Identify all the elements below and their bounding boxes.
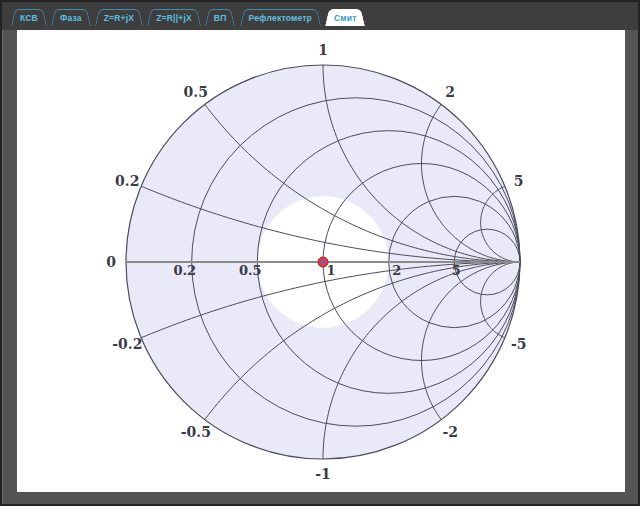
svg-text:-0.5: -0.5 (181, 424, 211, 440)
svg-text:0.2: 0.2 (115, 173, 139, 189)
svg-text:5: 5 (452, 263, 461, 278)
svg-text:0.2: 0.2 (173, 263, 196, 278)
tab-smith-active[interactable]: Смит (325, 9, 366, 26)
svg-text:0: 0 (106, 254, 116, 270)
tab-label: Смит (325, 9, 366, 23)
tab-vp[interactable]: ВП (205, 9, 236, 26)
svg-text:1: 1 (318, 42, 328, 58)
tab-label: Z=R||+jX (147, 9, 201, 23)
tab-label: КСВ (11, 9, 47, 23)
svg-text:0.5: 0.5 (184, 84, 208, 100)
tab-reflectometer[interactable]: Рефлектометр (240, 9, 321, 26)
svg-text:0.5: 0.5 (239, 263, 262, 278)
tab-faza[interactable]: Фаза (51, 9, 91, 26)
svg-text:1: 1 (326, 263, 335, 278)
tab-z-parallel[interactable]: Z=R||+jX (147, 9, 201, 26)
svg-text:5: 5 (514, 173, 524, 189)
tab-bar: КСВ Фаза Z=R+jX Z=R||+jX ВП Рефлектометр… (2, 2, 638, 30)
tab-label: ВП (205, 9, 236, 23)
svg-text:-2: -2 (442, 424, 458, 440)
svg-text:2: 2 (392, 263, 401, 278)
smith-chart-svg: 10.50.20-0.2-0.5-1-2-5520.20.5125 (17, 30, 625, 492)
svg-text:-1: -1 (315, 466, 331, 482)
tab-z-series[interactable]: Z=R+jX (95, 9, 144, 26)
svg-text:-0.2: -0.2 (112, 336, 142, 352)
app-window: КСВ Фаза Z=R+jX Z=R||+jX ВП Рефлектометр… (0, 0, 640, 506)
tab-label: Рефлектометр (240, 9, 321, 23)
svg-text:2: 2 (445, 84, 455, 100)
svg-text:-5: -5 (511, 336, 527, 352)
tab-label: Фаза (51, 9, 91, 23)
tab-ksv[interactable]: КСВ (11, 9, 47, 26)
chart-panel: 10.50.20-0.2-0.5-1-2-5520.20.5125 (17, 30, 625, 492)
tab-label: Z=R+jX (95, 9, 144, 23)
